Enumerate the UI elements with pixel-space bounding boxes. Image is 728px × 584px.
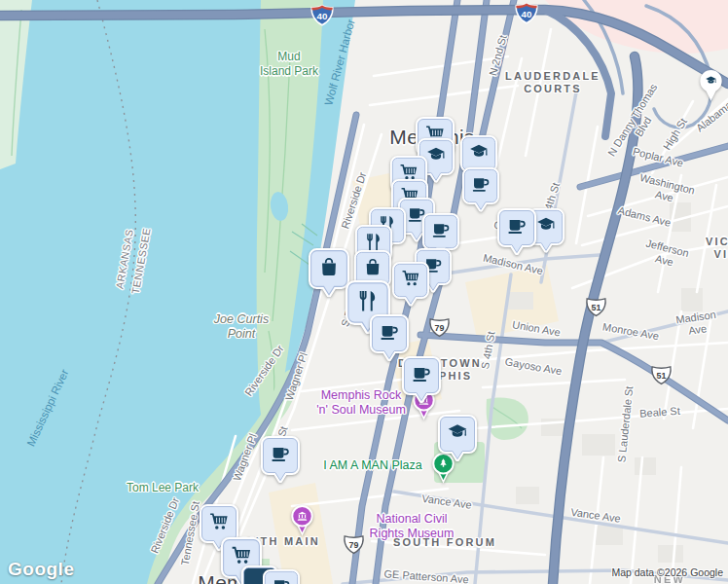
interstate-40-shield-icon: 40	[309, 4, 335, 27]
svg-text:79: 79	[349, 540, 359, 550]
map-marker-coffee[interactable]	[402, 356, 441, 403]
map-marker-cart[interactable]	[392, 262, 429, 307]
interstate-40-shield-icon: 40	[514, 2, 539, 25]
poi-museum-icon[interactable]	[289, 504, 315, 536]
us-route-79-shield-icon: 79	[342, 533, 366, 556]
map-marker-coffee[interactable]	[497, 208, 536, 255]
map-marker-bag[interactable]	[309, 248, 349, 297]
map-attribution: Map data ©2026 Google	[611, 566, 723, 578]
svg-text:79: 79	[435, 323, 445, 333]
svg-text:51: 51	[592, 303, 601, 312]
map-marker-coffee[interactable]	[370, 314, 409, 361]
map-marker-graduation[interactable]	[438, 415, 477, 461]
svg-text:40: 40	[317, 11, 328, 21]
us-route-51-shield-icon: 51	[649, 364, 673, 386]
svg-text:40: 40	[522, 9, 532, 19]
us-route-51-shield-icon: 51	[584, 296, 608, 318]
map-marker-coffee[interactable]	[263, 569, 300, 584]
poi-graduation-icon[interactable]	[698, 69, 724, 101]
us-route-79-shield-icon: 79	[427, 316, 452, 339]
map-canvas[interactable]: MemphisMemphisLAUDERDALE COURTSVICTORIAN…	[0, 0, 728, 584]
google-logo[interactable]: Google	[8, 559, 74, 580]
map-marker-coffee[interactable]	[261, 436, 300, 483]
map-marker-coffee[interactable]	[462, 167, 499, 212]
svg-text:51: 51	[657, 371, 667, 381]
